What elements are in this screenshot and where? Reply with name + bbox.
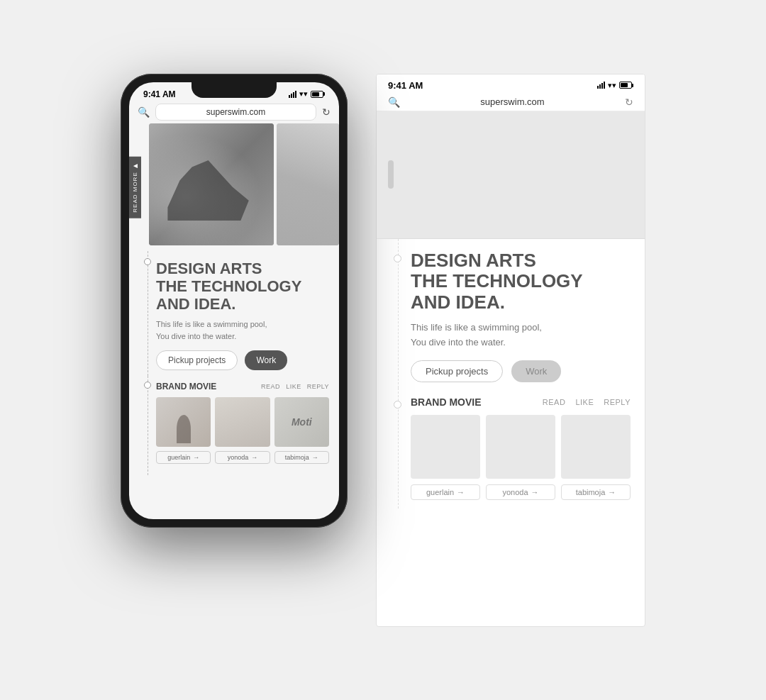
flat-time: 9:41 AM xyxy=(388,80,423,91)
flat-thumb-1[interactable] xyxy=(411,415,480,479)
flat-brand-labels: guerlain→ yonoda→ tabimoja→ xyxy=(411,484,631,500)
flat-body-text: This life is like a swimming pool,You di… xyxy=(411,321,631,350)
phone-brand-timeline xyxy=(148,376,148,475)
phone-hero-main-image xyxy=(149,123,274,245)
flat-status-bar: 9:41 AM ▾▾ xyxy=(377,74,645,94)
flat-wifi-icon: ▾▾ xyxy=(608,81,616,90)
phone-timeline-dot-2 xyxy=(144,382,151,389)
phone-timeline-line xyxy=(148,251,148,377)
flat-brand-actions: READ LIKE REPLY xyxy=(543,398,631,406)
flat-url-text[interactable]: superswim.com xyxy=(407,96,618,107)
flat-work-button[interactable]: Work xyxy=(511,360,561,382)
flat-brand-like[interactable]: LIKE xyxy=(575,398,594,406)
scene: 9:41 AM ▾▾ xyxy=(92,45,674,655)
phone-brand-label-yonoda[interactable]: yonoda→ xyxy=(215,451,270,464)
flat-thumb-3[interactable] xyxy=(561,415,631,479)
phone-hero-side-image xyxy=(277,123,339,245)
phone-refresh-icon[interactable]: ↻ xyxy=(322,106,331,118)
flat-brand-label-tabimoja[interactable]: tabimoja→ xyxy=(561,484,631,500)
flat-thumb-2[interactable] xyxy=(486,415,555,479)
flat-brand-read[interactable]: READ xyxy=(543,398,566,406)
phone-brand-title: BRAND MOVIE xyxy=(156,382,216,391)
flat-brand-title: BRAND MOVIE xyxy=(411,396,482,408)
flat-pickup-button[interactable]: Pickup projects xyxy=(411,360,503,382)
flat-refresh-icon[interactable]: ↻ xyxy=(625,96,633,108)
flat-timeline-dot-2 xyxy=(394,401,401,409)
flat-browser-bar: 🔍 superswim.com ↻ xyxy=(377,94,645,111)
flat-brand-header: BRAND MOVIE READ LIKE REPLY xyxy=(411,396,631,408)
phone-main-heading: DESIGN ARTS THE TECHNOLOGY AND IDEA. xyxy=(156,257,329,313)
phone-pickup-button[interactable]: Pickup projects xyxy=(156,350,238,370)
phone-read-more-tab[interactable]: READ MORE ▶ xyxy=(129,156,141,218)
phone-screen: 9:41 AM ▾▾ xyxy=(129,82,339,519)
phone-status-icons: ▾▾ xyxy=(289,89,325,99)
phone-brand-actions: READ LIKE REPLY xyxy=(261,383,329,390)
signal-icon xyxy=(289,91,296,98)
phone-body-text: This life is like a swimming pool,You di… xyxy=(156,318,329,342)
phone-thumb-2[interactable] xyxy=(215,397,270,447)
phone-brand-section: BRAND MOVIE READ LIKE REPLY Moti xyxy=(129,376,339,475)
phone-work-button[interactable]: Work xyxy=(245,350,287,370)
flat-hero-area xyxy=(377,111,645,239)
phone-mockup: 9:41 AM ▾▾ xyxy=(121,74,348,528)
flat-button-group: Pickup projects Work xyxy=(411,360,631,382)
flat-brand-thumbnails xyxy=(411,415,631,479)
flat-heading-section: DESIGN ARTS THE TECHNOLOGY AND IDEA. Thi… xyxy=(377,239,645,388)
phone-brand-read[interactable]: READ xyxy=(261,383,280,390)
flat-hero-placeholder xyxy=(388,160,394,189)
flat-timeline-dot-1 xyxy=(394,255,401,262)
phone-browser-bar: 🔍 superswim.com ↻ xyxy=(129,101,339,123)
phone-thumb-1[interactable] xyxy=(156,397,211,447)
phone-search-icon[interactable]: 🔍 xyxy=(138,106,150,118)
phone-brand-thumbnails: Moti xyxy=(156,397,329,447)
phone-brand-label-guerlain[interactable]: guerlain→ xyxy=(156,451,211,464)
flat-wireframe-view: 9:41 AM ▾▾ 🔍 superswim. xyxy=(376,74,645,627)
phone-heading-section: DESIGN ARTS THE TECHNOLOGY AND IDEA. Thi… xyxy=(129,251,339,377)
phone-brand-header: BRAND MOVIE READ LIKE REPLY xyxy=(156,382,329,391)
phone-brand-like[interactable]: LIKE xyxy=(286,383,301,390)
flat-brand-label-guerlain[interactable]: guerlain→ xyxy=(411,484,480,500)
flat-brand-section: BRAND MOVIE READ LIKE REPLY guerlain→ yo… xyxy=(377,388,645,509)
phone-notch xyxy=(192,82,277,98)
phone-button-group: Pickup projects Work xyxy=(156,350,329,370)
phone-timeline-dot-1 xyxy=(144,258,151,265)
battery-icon xyxy=(311,91,325,98)
phone-hero-images: READ MORE ▶ xyxy=(129,123,339,251)
flat-brand-reply[interactable]: REPLY xyxy=(604,398,631,406)
flat-search-icon[interactable]: 🔍 xyxy=(388,96,400,108)
phone-brand-label-tabimoja[interactable]: tabimoja→ xyxy=(274,451,329,464)
wifi-icon: ▾▾ xyxy=(299,89,308,99)
phone-thumb-3[interactable]: Moti xyxy=(274,397,329,447)
flat-status-icons: ▾▾ xyxy=(597,81,633,90)
flat-battery-icon xyxy=(619,82,633,89)
flat-main-heading: DESIGN ARTS THE TECHNOLOGY AND IDEA. xyxy=(411,250,631,314)
phone-url-bar[interactable]: superswim.com xyxy=(155,104,316,121)
phone-thumb-3-text: Moti xyxy=(292,416,312,428)
phone-brand-reply[interactable]: REPLY xyxy=(307,383,329,390)
phone-time: 9:41 AM xyxy=(143,89,176,99)
flat-signal-icon xyxy=(597,82,605,89)
phone-brand-labels: guerlain→ yonoda→ tabimoja→ xyxy=(156,451,329,464)
flat-brand-label-yonoda[interactable]: yonoda→ xyxy=(486,484,555,500)
